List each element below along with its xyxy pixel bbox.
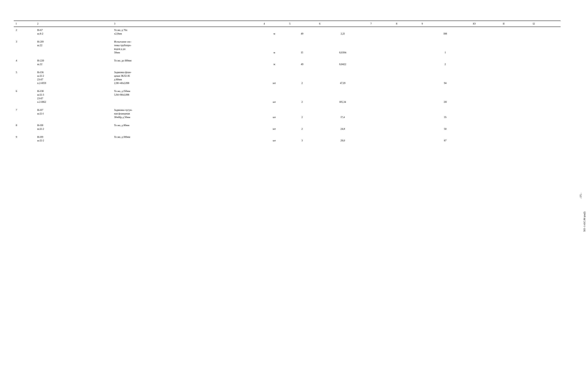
spacer-row: [14, 37, 561, 39]
col-header-9: 9: [420, 21, 471, 27]
row-col9: 87: [420, 134, 471, 143]
row-col9: 2: [420, 58, 471, 67]
col-header-1: I: [14, 21, 35, 27]
row-col11: [501, 69, 531, 86]
row-col9: I08: [420, 27, 471, 37]
row-col9: 35: [420, 107, 471, 120]
col-header-6: 6: [317, 21, 368, 27]
row-col12: [531, 58, 561, 67]
row-col6: 0,0394: [317, 39, 368, 55]
row-col7: [368, 58, 394, 67]
row-col12: [531, 39, 561, 55]
spacer-row: [14, 143, 561, 145]
row-col5: 49: [287, 58, 317, 67]
row-description: То же, д I50мм5,94+90хI,098: [112, 88, 261, 105]
col-header-5: 5: [287, 21, 317, 27]
row-col7: [368, 69, 394, 86]
table-row: 5I6-I36ш.I2-223-07п.2-0I59Задвижка флан-…: [14, 69, 561, 86]
row-num: 8: [14, 122, 35, 132]
row-col10: [471, 39, 501, 55]
row-ref: I6-I36ш.I2-223-07п.2-0I59: [35, 69, 112, 86]
row-col6: I05,34: [317, 88, 368, 105]
row-description: То же, д 80мм: [112, 122, 261, 132]
row-col12: [531, 88, 561, 105]
row-col10: [471, 88, 501, 105]
row-ref: I6-67ш.8-2: [35, 27, 112, 37]
row-description: Испытание сис-темы трубопро-водов д до50…: [112, 39, 261, 55]
row-num: 7: [14, 107, 35, 120]
table-row: 9I6-II9ш.I2-2То же, д I00ммшт329,087: [14, 134, 561, 143]
row-col10: [471, 27, 501, 37]
table-row: 3I6-2I9ш.22Испытание сис-темы трубопро-в…: [14, 39, 561, 55]
row-col8: [394, 39, 420, 55]
right-margin-top-text: 503 -1-41С.86 үш(I): [583, 212, 586, 232]
row-col7: [368, 88, 394, 105]
row-ref: I6-220ш.22: [35, 58, 112, 67]
row-col12: [531, 134, 561, 143]
row-col6: 47,I9: [317, 69, 368, 86]
row-col10: [471, 134, 501, 143]
row-col7: [368, 27, 394, 37]
row-unit: м: [262, 58, 287, 67]
row-unit: шт: [262, 88, 287, 105]
row-col8: [394, 122, 420, 132]
row-col6: 24,8: [317, 122, 368, 132]
row-col11: [501, 122, 531, 132]
row-col6: 2,2I: [317, 27, 368, 37]
row-unit: м: [262, 39, 287, 55]
row-unit: шт: [262, 134, 287, 143]
row-num: 5: [14, 69, 35, 86]
row-col6: I7,4: [317, 107, 368, 120]
row-num: 9: [14, 134, 35, 143]
row-col10: [471, 69, 501, 86]
row-ref: I6-II8ш.I2-2: [35, 122, 112, 132]
row-ref: I6-II7ш.I2-I: [35, 107, 112, 120]
row-col11: [501, 27, 531, 37]
spacer-row: [14, 120, 561, 122]
row-col5: I5: [287, 39, 317, 55]
row-description: То же, до I00мм: [112, 58, 261, 67]
page: 503 -1-41С.86 үш(I) - I75 - I 2 3 4 5 6 …: [0, 0, 588, 385]
col-header-11: II: [501, 21, 531, 27]
row-col12: [531, 69, 561, 86]
row-description: То же, д I00мм: [112, 134, 261, 143]
row-col10: [471, 122, 501, 132]
row-description: Задвижка флан-цевая 3КЛ2-I6д 80мм2,98+40…: [112, 69, 261, 86]
row-col7: [368, 122, 394, 132]
row-col8: [394, 58, 420, 67]
row-num: 6: [14, 88, 35, 105]
row-unit: м: [262, 27, 287, 37]
row-col9: 2II: [420, 88, 471, 105]
row-col8: [394, 27, 420, 37]
spacer-row: [14, 67, 561, 69]
row-num: 4: [14, 58, 35, 67]
row-col5: 2: [287, 122, 317, 132]
spacer-row: [14, 86, 561, 88]
row-col5: 2: [287, 107, 317, 120]
col-header-2: 2: [35, 21, 112, 27]
spacer-row: [14, 105, 561, 107]
col-header-8: 8: [394, 21, 420, 27]
row-description: Задвижка чугун-ная фланцевая30ч6бр д 50м…: [112, 107, 261, 120]
row-col10: [471, 58, 501, 67]
row-col8: [394, 107, 420, 120]
row-num: 2: [14, 27, 35, 37]
row-unit: шт: [262, 107, 287, 120]
spacer-row: [14, 55, 561, 58]
col-header-7: 7: [368, 21, 394, 27]
col-header-4: 4: [262, 21, 287, 27]
main-table: I 2 3 4 5 6 7 8 9 IO II I2 2I6-67ш.8-2То…: [14, 20, 561, 145]
col-header-3: 3: [112, 21, 261, 27]
row-col8: [394, 134, 420, 143]
row-col12: [531, 27, 561, 37]
table-row: 4I6-220ш.22То же, до I00ммм490,04222: [14, 58, 561, 67]
row-col11: [501, 134, 531, 143]
row-col12: [531, 122, 561, 132]
row-col5: 3: [287, 134, 317, 143]
table-row: 8I6-II8ш.I2-2То же, д 80ммшт224,850: [14, 122, 561, 132]
row-col5: 2: [287, 69, 317, 86]
main-table-container: I 2 3 4 5 6 7 8 9 IO II I2 2I6-67ш.8-2То…: [14, 20, 574, 145]
table-header-row: I 2 3 4 5 6 7 8 9 IO II I2: [14, 21, 561, 27]
row-ref: I6-2I9ш.22: [35, 39, 112, 55]
row-ref: I6-II9ш.I2-2: [35, 134, 112, 143]
